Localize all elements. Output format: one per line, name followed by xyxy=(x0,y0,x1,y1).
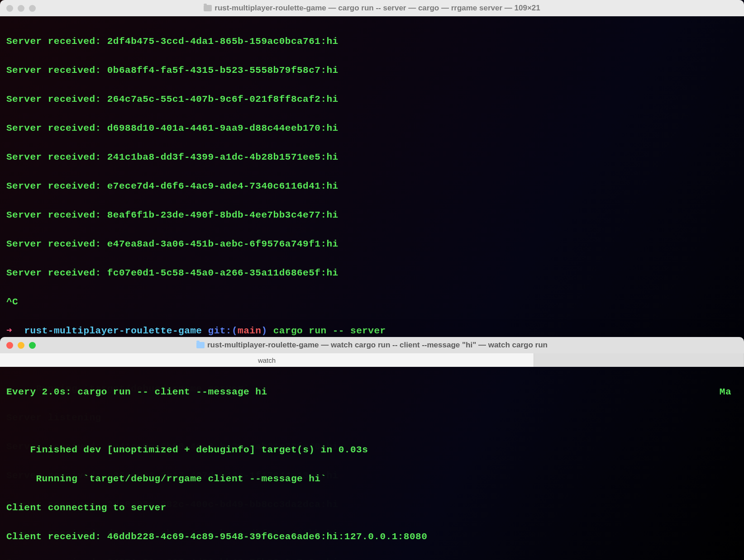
output-line: Server received: e47ea8ad-3a06-451b-aebc… xyxy=(6,237,738,252)
close-button[interactable] xyxy=(6,5,13,12)
output-line: Server received: 241c1ba8-dd3f-4399-a1dc… xyxy=(6,150,738,165)
ctrl-c: ^C xyxy=(6,295,738,309)
terminal-output[interactable]: Every 2.0s: cargo run -- client --messag… xyxy=(0,367,744,560)
output-line: Server received: d6988d10-401a-4461-9aa9… xyxy=(6,121,738,136)
titlebar[interactable]: rust-multiplayer-roulette-game — watch c… xyxy=(0,337,744,353)
output-line: Server received: 0b6a8ff4-fa5f-4315-b523… xyxy=(6,63,738,78)
traffic-lights xyxy=(6,342,36,349)
finished-rest: dev [unoptimized + debuginfo] target(s) … xyxy=(77,445,368,455)
output-line: Server received: fc07e0d1-5c58-45a0-a266… xyxy=(6,266,738,280)
output-line: Server received: e7ece7d4-d6f6-4ac9-ade4… xyxy=(6,179,738,194)
output-line: Server received: 264c7a5c-55c1-407b-9c6f… xyxy=(6,92,738,107)
window-title-text: rust-multiplayer-roulette-game — cargo r… xyxy=(215,4,540,13)
tab-watch[interactable]: watch xyxy=(0,353,534,367)
running-rest: `target/debug/rrgame client --message hi… xyxy=(77,474,326,484)
terminal-window-client[interactable]: rust-multiplayer-roulette-game — watch c… xyxy=(0,337,744,560)
prompt-line: ➜ rust-multiplayer-roulette-game git:(ma… xyxy=(6,324,738,338)
tab-inactive[interactable] xyxy=(534,353,744,367)
build-running-line: Running `target/debug/rrgame client --me… xyxy=(6,472,738,486)
watch-header-left: Every 2.0s: cargo run -- client --messag… xyxy=(6,387,267,397)
minimize-button[interactable] xyxy=(18,5,24,12)
blank-line xyxy=(6,414,738,428)
output-line: Client connecting to server xyxy=(6,501,738,515)
watch-header: Every 2.0s: cargo run -- client --messag… xyxy=(6,385,738,399)
prompt-arrow-icon: ➜ xyxy=(6,326,12,336)
window-title-text: rust-multiplayer-roulette-game — watch c… xyxy=(207,341,548,350)
minimize-button[interactable] xyxy=(18,342,24,349)
close-button[interactable] xyxy=(6,342,13,349)
running-label: Running xyxy=(36,474,78,484)
output-line: Server received: 8eaf6f1b-23de-490f-8bdb… xyxy=(6,208,738,223)
window-title: rust-multiplayer-roulette-game — cargo r… xyxy=(5,4,739,13)
folder-icon xyxy=(204,5,212,11)
git-label: git:( xyxy=(208,326,238,336)
maximize-button[interactable] xyxy=(29,342,36,349)
maximize-button[interactable] xyxy=(29,5,36,12)
folder-icon xyxy=(196,342,205,348)
traffic-lights xyxy=(6,5,36,12)
prompt-path: rust-multiplayer-roulette-game xyxy=(24,326,202,336)
prompt-command: cargo run -- server xyxy=(273,326,386,336)
tab-bar: watch xyxy=(0,353,744,367)
output-line: Server received: 2df4b475-3ccd-4da1-865b… xyxy=(6,34,738,49)
finished-label: Finished xyxy=(30,445,77,455)
watch-header-right: Ma xyxy=(720,385,731,399)
titlebar[interactable]: rust-multiplayer-roulette-game — cargo r… xyxy=(0,0,744,16)
git-branch: main xyxy=(238,326,261,336)
build-finished-line: Finished dev [unoptimized + debuginfo] t… xyxy=(6,443,738,457)
git-close: ) xyxy=(261,326,267,336)
output-line: Client received: 46ddb228-4c69-4c89-9548… xyxy=(6,530,738,544)
window-title: rust-multiplayer-roulette-game — watch c… xyxy=(5,341,739,350)
